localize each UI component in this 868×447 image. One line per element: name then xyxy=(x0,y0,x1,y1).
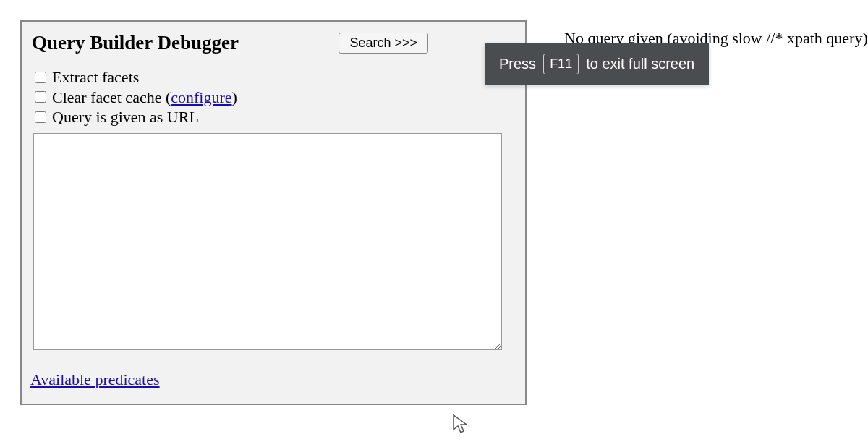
toast-exit-label: to exit full screen xyxy=(586,56,694,72)
query-textarea[interactable] xyxy=(33,133,502,350)
panel-header: Query Builder Debugger Search >>> xyxy=(30,29,516,67)
extract-facets-label: Extract facets xyxy=(52,67,139,88)
search-button[interactable]: Search >>> xyxy=(339,33,428,54)
toast-key-chip: F11 xyxy=(543,54,579,74)
query-as-url-option[interactable]: Query is given as URL xyxy=(35,107,516,127)
clear-facet-cache-option[interactable]: Clear facet cache (configure) xyxy=(35,88,516,108)
clear-facet-cache-label: Clear facet cache (configure) xyxy=(52,88,237,108)
query-as-url-label: Query is given as URL xyxy=(52,107,199,127)
cursor-icon xyxy=(452,414,469,435)
query-builder-panel: Query Builder Debugger Search >>> Extrac… xyxy=(20,20,527,405)
toast-press-label: Press xyxy=(499,56,536,72)
available-predicates-link[interactable]: Available predicates xyxy=(30,370,160,389)
extract-facets-checkbox[interactable] xyxy=(35,72,46,83)
panel-title: Query Builder Debugger xyxy=(32,32,239,54)
options-group: Extract facets Clear facet cache (config… xyxy=(30,67,516,127)
query-as-url-checkbox[interactable] xyxy=(35,111,46,123)
configure-link[interactable]: configure xyxy=(171,88,231,106)
clear-facet-cache-checkbox[interactable] xyxy=(35,91,46,103)
fullscreen-exit-toast: Press F11 to exit full screen xyxy=(485,43,709,85)
extract-facets-option[interactable]: Extract facets xyxy=(35,67,516,88)
